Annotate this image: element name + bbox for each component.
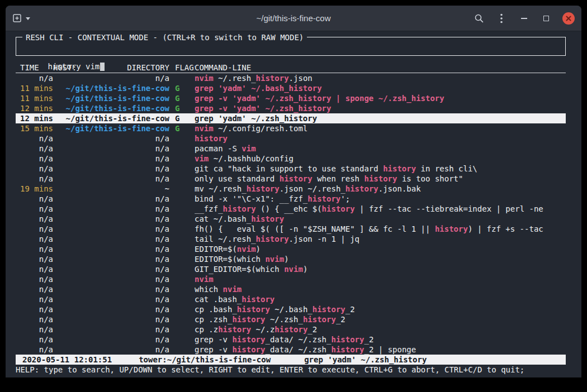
row-flag [169,174,195,184]
row-host: n/a [53,324,169,334]
chevron-down-icon [25,16,31,21]
table-row[interactable]: n/a n/a tail ~/.resh_history.json -n 1 |… [16,234,566,244]
status-bar: 2020-05-11 12:01:51 tower:~/git/this-is-… [16,355,566,365]
row-command: grep 'yadm' ~/.zsh_history [195,113,566,123]
table-row[interactable]: n/a n/a pacman -S vim [16,144,566,154]
table-row[interactable]: n/a n/a history [16,133,566,144]
row-command: grep -v 'yadm' ~/.zsh_history [195,103,566,113]
row-host: n/a [53,174,169,184]
row-host: n/a [53,254,169,264]
row-time: n/a [16,334,53,345]
table-row[interactable]: n/a n/a cp .zsh_history ~/.zsh_history_2 [16,314,566,324]
row-time: n/a [16,224,53,234]
row-command: tail ~/.resh_history.json -n 1 | jq [195,234,566,244]
table-row[interactable]: 15 mins ~/git/this-is-fine-cow G nvim ~/… [16,123,566,133]
help-line: HELP: type to search, UP/DOWN to select,… [16,365,566,375]
row-host: n/a [53,334,169,345]
row-time: n/a [16,234,53,244]
table-row[interactable]: 11 mins ~/git/this-is-fine-cow G grep -v… [16,93,566,103]
table-row[interactable]: n/a n/a __fzf_history () { __ehc $(histo… [16,204,566,214]
resh-mode-title: RESH CLI - CONTEXTUAL MODE - (CTRL+R to … [22,32,307,42]
row-command: pacman -S vim [195,144,566,154]
row-host: n/a [53,194,169,204]
restore-button[interactable] [540,12,552,25]
header-command: COMMAND-LINE [195,63,566,73]
row-command: __fzf_history () { __ehc $(history | fzf… [195,204,566,214]
row-command: cat ~/.bash_history [195,214,566,224]
row-time: 11 mins [16,83,53,93]
row-command: EDITOR=$(nvim) [195,244,566,254]
row-host: n/a [53,345,169,355]
table-row[interactable]: n/a n/a cp .zhistory ~/.zhistory_2 [16,324,566,334]
row-time: n/a [16,294,53,304]
resh-search-box[interactable]: RESH CLI - CONTEXTUAL MODE - (CTRL+R to … [16,37,566,56]
row-host: n/a [53,133,169,144]
close-button[interactable] [562,12,575,25]
table-row[interactable]: 11 mins ~/git/this-is-fine-cow G grep 'y… [16,83,566,93]
table-row[interactable]: n/a n/a fh() { eval $( ([ -n "$ZSH_NAME"… [16,224,566,234]
row-time: n/a [16,264,53,274]
row-flag [169,324,195,334]
row-command: which nvim [195,284,566,294]
table-row[interactable]: 12 mins ~/git/this-is-fine-cow G grep -v… [16,103,566,113]
row-time: n/a [16,304,53,314]
row-command: cp .bash_history ~/.bash_history_2 [195,304,566,314]
search-query-input[interactable]: history vim [48,62,100,71]
row-time: n/a [16,204,53,214]
row-flag [169,133,195,144]
table-row[interactable]: n/a n/a EDITOR=$(nvim) [16,244,566,254]
menu-button[interactable] [495,12,508,25]
status-location: tower:~/git/this-is-fine-cow [139,355,271,365]
window-title: ~/git/this-is-fine-cow [257,13,331,23]
row-flag [169,234,195,244]
text-cursor-block [100,63,105,71]
table-row[interactable]: n/a n/a bind -x '"\C-x1": __fzf_history'… [16,194,566,204]
row-time: 11 mins [16,93,53,103]
table-row[interactable]: n/a n/a nvim ~/.resh_history.json [16,73,566,83]
row-host: n/a [53,73,169,83]
row-flag [169,274,195,284]
table-row[interactable]: n/a n/a nvim [16,274,566,284]
new-tab-button[interactable] [12,12,31,25]
row-time: n/a [16,274,53,284]
row-command: grep -v history_data/ ~/.zsh_history_2 |… [195,345,566,355]
row-host: ~/git/this-is-fine-cow [53,103,169,113]
table-row[interactable]: 19 mins ~ mv ~/.resh_history.json ~/.res… [16,184,566,194]
table-row[interactable]: n/a n/a git ca "hack in support to use s… [16,164,566,174]
table-row[interactable]: n/a n/a grep -v history_data/ ~/.zsh_his… [16,345,566,355]
table-row[interactable]: n/a n/a EDITOR=$(which nvim) [16,254,566,264]
row-time: n/a [16,284,53,294]
table-row[interactable]: n/a n/a vim ~/.bashhub/config [16,154,566,164]
row-time: n/a [16,314,53,324]
row-flag [169,214,195,224]
status-command: grep 'yadm' ~/.zsh_history [304,355,427,365]
row-host: n/a [53,214,169,224]
row-host: n/a [53,274,169,284]
minimize-button[interactable] [518,12,530,25]
row-command: grep -v history_data/ ~/.zsh_history_2 [195,334,566,345]
table-row[interactable]: n/a n/a which nvim [16,284,566,294]
table-row[interactable]: 12 mins ~/git/this-is-fine-cow G grep 'y… [16,113,566,123]
row-time: 12 mins [16,113,53,123]
row-flag [169,284,195,294]
row-flag [169,314,195,324]
table-row[interactable]: n/a n/a grep -v history_data/ ~/.zsh_his… [16,334,566,345]
row-command: git ca "hack in support to use standard … [195,164,566,174]
row-flag [169,204,195,214]
search-button[interactable] [473,12,485,25]
row-time: n/a [16,254,53,264]
new-tab-icon [12,13,22,23]
table-row[interactable]: n/a n/a cat ~/.bash_history [16,214,566,224]
row-host: n/a [53,204,169,214]
row-flag [169,184,195,194]
row-flag [169,345,195,355]
history-rows: n/a n/a nvim ~/.resh_history.json 11 min… [16,73,566,355]
table-row[interactable]: n/a n/a cat .bash_history [16,294,566,304]
row-flag: G [169,113,195,123]
row-time: n/a [16,194,53,204]
table-row[interactable]: n/a n/a cp .bash_history ~/.bash_history… [16,304,566,314]
table-row[interactable]: n/a n/a only use standard history when r… [16,174,566,184]
terminal-content: RESH CLI - CONTEXTUAL MODE - (CTRL+R to … [6,31,581,377]
table-row[interactable]: n/a n/a GIT_EDITOR=$(which nvim) [16,264,566,274]
row-flag: G [169,123,195,133]
